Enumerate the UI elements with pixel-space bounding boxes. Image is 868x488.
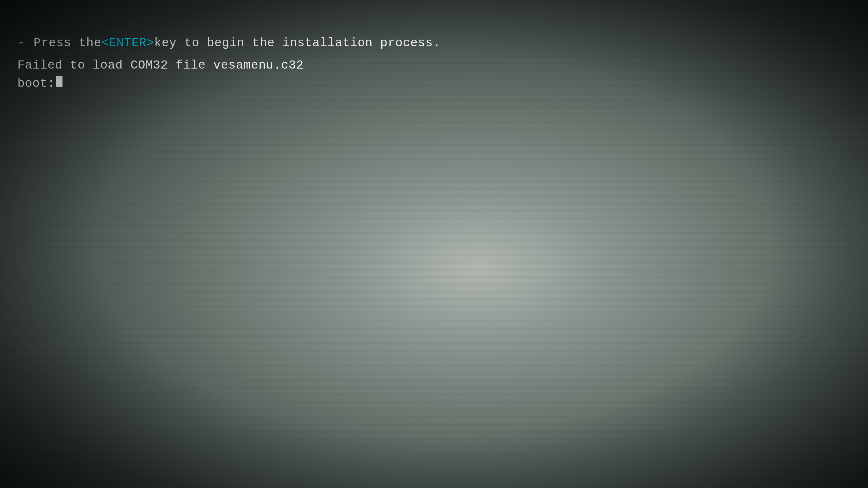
enter-key-label: <ENTER> bbox=[101, 35, 154, 52]
bullet-dash: - bbox=[18, 35, 25, 52]
instruction-text-after: key to begin the installation process. bbox=[154, 35, 441, 52]
error-line: Failed to load COM32 file vesamenu.c32 bbox=[18, 57, 440, 74]
error-message: Failed to load COM32 file vesamenu.c32 bbox=[18, 59, 304, 72]
terminal-output: - Press the <ENTER> key to begin the ins… bbox=[18, 35, 440, 92]
boot-screen: - Press the <ENTER> key to begin the ins… bbox=[0, 0, 868, 488]
instruction-line: - Press the <ENTER> key to begin the ins… bbox=[18, 35, 440, 52]
instruction-text-before: Press the bbox=[34, 35, 101, 52]
boot-prompt-line: boot: bbox=[18, 75, 440, 92]
boot-prompt: boot: bbox=[18, 75, 55, 92]
cursor-blink bbox=[56, 76, 62, 87]
